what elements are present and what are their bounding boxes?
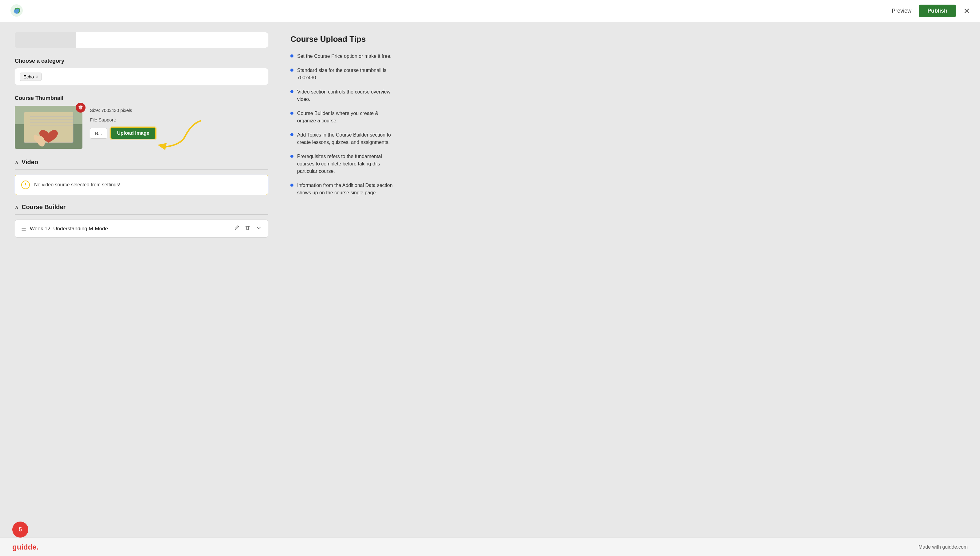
category-label: Choose a category — [15, 58, 268, 64]
video-section: ∧ Video ! No video source selected from … — [15, 159, 268, 195]
preview-button[interactable]: Preview — [892, 8, 911, 14]
right-sidebar: Course Upload Tips Set the Course Price … — [283, 22, 406, 556]
top-input-bar — [15, 32, 268, 48]
week-row-actions — [233, 225, 262, 233]
browse-button[interactable]: B... — [90, 128, 107, 139]
warning-icon: ! — [21, 181, 30, 189]
upload-info: Size: 700x430 pixels File Support: B... … — [90, 106, 156, 139]
tip-item-7: Information from the Additional Data sec… — [290, 182, 396, 197]
upload-image-button[interactable]: Upload Image — [110, 127, 156, 139]
tip-item-4: Course Builder is where you create & org… — [290, 110, 396, 124]
course-builder-divider — [15, 214, 268, 215]
tip-item-2: Standard size for the course thumbnail i… — [290, 67, 396, 81]
guidde-logo: guidde. — [12, 543, 39, 551]
edit-week-button[interactable] — [233, 225, 239, 233]
tag-remove[interactable]: × — [36, 74, 38, 79]
thumbnail-section: Course Thumbnail — [15, 95, 268, 149]
tag-text: Echo — [23, 74, 34, 79]
logo — [10, 4, 23, 18]
bottom-bar: guidde. Made with guidde.com — [0, 538, 980, 556]
tip-item-1: Set the Course Price option or make it f… — [290, 53, 396, 60]
tab-right — [76, 32, 268, 48]
tips-title: Course Upload Tips — [290, 34, 396, 44]
main-layout: Choose a category Echo × Course Thumbnai… — [0, 0, 980, 556]
tips-list: Set the Course Price option or make it f… — [290, 53, 396, 197]
video-header[interactable]: ∧ Video — [15, 159, 268, 166]
thumbnail-row: Size: 700x430 pixels File Support: B... … — [15, 106, 268, 149]
video-title: Video — [21, 159, 38, 166]
course-builder-title: Course Builder — [21, 204, 66, 211]
tab-left — [15, 32, 76, 48]
tip-item-3: Video section controls the course overvi… — [290, 88, 396, 103]
tip-item-5: Add Topics in the Course Builder section… — [290, 131, 396, 146]
week-row-left: ☰ Week 12: Understanding M-Mode — [21, 225, 108, 232]
category-tag: Echo × — [20, 73, 42, 81]
size-text: Size: 700x430 pixels — [90, 107, 156, 114]
thumbnail-label: Course Thumbnail — [15, 95, 268, 102]
tip-item-6: Prerequisites refers to the fundamental … — [290, 153, 396, 175]
course-builder-chevron: ∧ — [15, 204, 18, 210]
upload-buttons: B... Upload Image — [90, 127, 156, 139]
close-button[interactable]: ✕ — [964, 7, 970, 15]
svg-marker-13 — [157, 143, 167, 150]
delete-thumbnail-button[interactable] — [76, 103, 86, 113]
course-builder-header[interactable]: ∧ Course Builder — [15, 204, 268, 211]
file-support-text: File Support: — [90, 116, 156, 124]
video-warning: ! No video source selected from settings… — [15, 175, 268, 195]
navbar: Preview Publish ✕ — [0, 0, 980, 22]
thumbnail-image — [15, 106, 82, 149]
drag-icon: ☰ — [21, 225, 26, 232]
week-title: Week 12: Understanding M-Mode — [30, 226, 108, 232]
video-divider — [15, 170, 268, 170]
navbar-actions: Preview Publish ✕ — [892, 5, 970, 17]
made-with-text: Made with guidde.com — [919, 544, 968, 550]
week-row: ☰ Week 12: Understanding M-Mode — [15, 220, 268, 238]
category-input[interactable]: Echo × — [15, 68, 268, 85]
content-area: Choose a category Echo × Course Thumbnai… — [0, 22, 283, 556]
notification-badge[interactable]: 5 — [12, 522, 28, 538]
warning-text: No video source selected from settings! — [34, 182, 120, 187]
expand-week-button[interactable] — [256, 225, 262, 233]
thumbnail-image-wrap — [15, 106, 82, 149]
publish-button[interactable]: Publish — [919, 5, 956, 17]
video-chevron: ∧ — [15, 159, 18, 165]
course-builder-section: ∧ Course Builder ☰ Week 12: Understandin… — [15, 204, 268, 238]
delete-week-button[interactable] — [244, 225, 251, 233]
